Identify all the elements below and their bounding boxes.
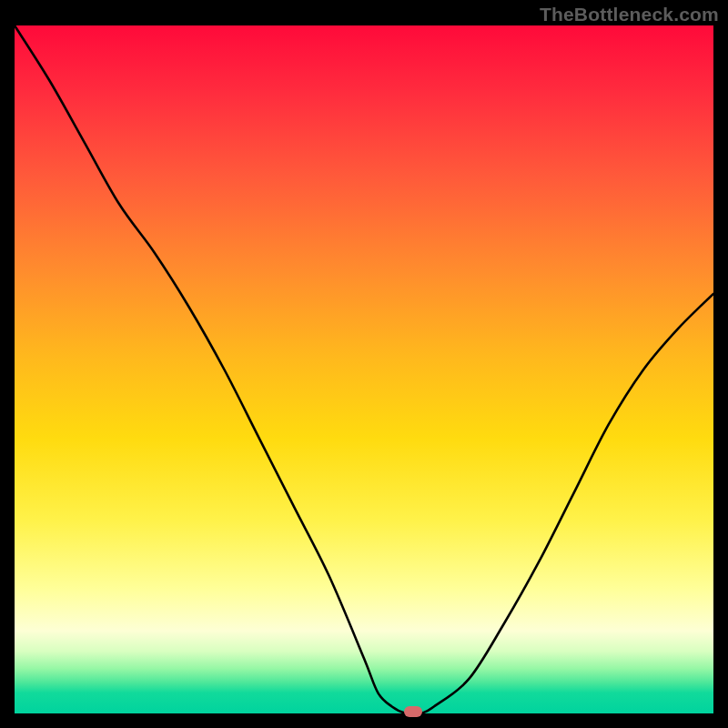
curve-path (15, 25, 713, 714)
plot-area (15, 25, 713, 713)
chart-frame: TheBottleneck.com (0, 0, 728, 728)
watermark-text: TheBottleneck.com (540, 4, 719, 25)
optimal-point-marker (404, 706, 422, 717)
bottleneck-curve (15, 25, 713, 713)
